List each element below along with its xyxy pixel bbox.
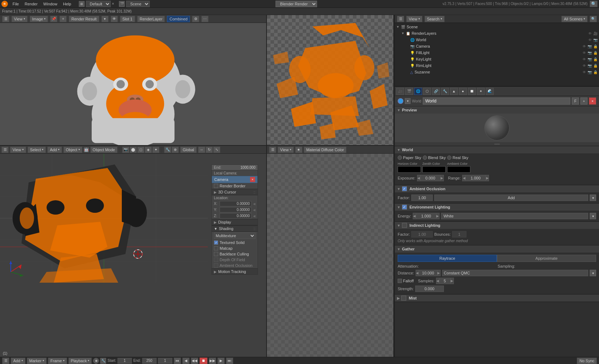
vp-extra[interactable]: ★ bbox=[295, 147, 302, 153]
indirect-checkbox[interactable] bbox=[402, 223, 407, 228]
next-frame-btn[interactable]: ▶ bbox=[217, 358, 225, 364]
y-arrow[interactable]: ◀ bbox=[253, 208, 255, 212]
vp-menu-btn[interactable]: ☰ bbox=[269, 147, 276, 153]
world-browse-btn[interactable]: ▾ bbox=[405, 98, 411, 104]
range-left-arrow[interactable]: ◀ bbox=[462, 175, 466, 181]
z-value-field[interactable]: 0.00000 bbox=[220, 213, 251, 219]
preview-resize-handle[interactable]: ━━━ bbox=[395, 142, 599, 146]
end-frame[interactable]: 250 bbox=[142, 358, 157, 364]
fill-eye-icon[interactable]: 👁 bbox=[583, 51, 586, 55]
layer-selector[interactable]: RenderLayer bbox=[137, 16, 165, 22]
outliner-item-scene[interactable]: ▼ 🎬 Scene bbox=[395, 24, 599, 30]
rl-render-icon[interactable]: 🎥 bbox=[593, 32, 598, 35]
outliner-item-renderlayers[interactable]: ▼ 📋 RenderLayers 👁 🎥 bbox=[400, 30, 599, 37]
render-view-menu-btn[interactable]: ☰ bbox=[2, 16, 9, 22]
suz-cam-icon[interactable]: 📷 bbox=[588, 70, 592, 74]
layout-selector[interactable]: Default bbox=[86, 1, 111, 7]
grab-btn[interactable]: ↔ bbox=[198, 147, 205, 153]
env-energy-left[interactable]: ◀ bbox=[413, 213, 416, 219]
f-btn[interactable]: F bbox=[572, 97, 579, 105]
menu-render[interactable]: Render bbox=[22, 1, 40, 7]
horizon-color-swatch[interactable] bbox=[398, 166, 421, 173]
backface-cb[interactable] bbox=[214, 252, 218, 256]
current-frame[interactable]: 1 bbox=[158, 358, 172, 364]
go-end-btn[interactable]: ⏭ bbox=[226, 358, 233, 364]
world-props-icon[interactable]: 🌐 bbox=[414, 88, 422, 95]
menu-help[interactable]: Help bbox=[61, 1, 74, 7]
x-value-field[interactable]: 0.00000 bbox=[220, 201, 251, 206]
browse-btn[interactable]: ▾ bbox=[101, 16, 109, 22]
viewport-menu-btn[interactable]: ☰ bbox=[1, 147, 9, 153]
distance-value[interactable]: 10.000 bbox=[419, 270, 437, 276]
world-cam-icon[interactable]: 📷 bbox=[593, 38, 598, 42]
outliner-item-rimlight[interactable]: ▶ 💡 RimLight 👁 📷 🔒 bbox=[405, 62, 599, 69]
cam-eye-icon[interactable]: 👁 bbox=[583, 44, 586, 48]
render-view-controls[interactable]: ⚙ bbox=[192, 16, 199, 22]
paper-sky-radio[interactable] bbox=[398, 155, 402, 160]
object-mode-selector[interactable]: Object Mode bbox=[90, 147, 118, 153]
outliner-item-camera[interactable]: ▶ 📷 Camera 👁 📷 🔒 bbox=[405, 43, 599, 49]
samples-value[interactable]: 5 bbox=[440, 278, 450, 284]
ao-section-header[interactable]: ▼ ✓ Ambient Occlusion bbox=[395, 185, 599, 192]
object-props-icon[interactable]: ⬡ bbox=[423, 88, 431, 95]
rim-lock-icon[interactable]: 🔒 bbox=[593, 64, 598, 68]
key-cam-icon[interactable]: 📷 bbox=[588, 57, 592, 61]
ao-checkbox[interactable]: ✓ bbox=[402, 186, 407, 191]
range-value[interactable]: 1.000 bbox=[466, 175, 485, 181]
x-btn[interactable]: × bbox=[589, 97, 596, 105]
physics-icon[interactable]: 🌊 bbox=[486, 88, 494, 95]
layout-x[interactable]: × bbox=[112, 2, 114, 6]
data-props-icon[interactable]: ▲ bbox=[450, 88, 458, 95]
menu-file[interactable]: File bbox=[10, 1, 21, 7]
indirect-header[interactable]: ▼ Indirect Lighting bbox=[395, 222, 599, 229]
go-start-btn[interactable]: ⏮ bbox=[174, 358, 181, 364]
exposure-value[interactable]: 0.000 bbox=[421, 175, 440, 181]
marker-btn[interactable]: Marker▾ bbox=[27, 358, 47, 364]
ambient-color-swatch[interactable] bbox=[447, 166, 470, 173]
falloff-cb[interactable] bbox=[398, 279, 402, 283]
render-result-label[interactable]: Render Result bbox=[69, 16, 99, 22]
sync-selector[interactable]: No Sync bbox=[577, 358, 597, 364]
snap-btn[interactable]: 🔧 bbox=[164, 147, 171, 153]
dist-right[interactable]: ▶ bbox=[437, 270, 441, 276]
cam-lock-icon[interactable]: 🔒 bbox=[593, 44, 598, 48]
combined-label[interactable]: Combined bbox=[167, 16, 190, 22]
all-scenes-selector[interactable]: All Scenes▾ bbox=[561, 16, 588, 22]
mist-header[interactable]: ▶ Mist bbox=[395, 294, 599, 302]
search-icon[interactable]: 🔍 bbox=[590, 1, 598, 7]
scene-props-icon[interactable]: 🎬 bbox=[405, 88, 413, 95]
env-color-selector[interactable]: White bbox=[441, 213, 588, 219]
ao-factor-value[interactable]: 1.00 bbox=[411, 195, 433, 201]
ao-cb[interactable] bbox=[214, 263, 218, 268]
render-props-icon[interactable]: 🎥 bbox=[396, 88, 404, 95]
render-border-cb[interactable] bbox=[214, 184, 218, 188]
image-btn[interactable]: Image▾ bbox=[30, 16, 48, 22]
raytrace-tab[interactable]: Raytrace bbox=[398, 255, 497, 262]
method-selector[interactable]: Constant QMC bbox=[442, 270, 588, 276]
x-arrow[interactable]: ◀ bbox=[253, 202, 255, 206]
blend-sky-radio[interactable] bbox=[423, 155, 427, 160]
scene-selector[interactable]: Scene bbox=[126, 1, 150, 7]
plus-btn[interactable]: + bbox=[580, 97, 588, 105]
env-lighting-header[interactable]: ▼ ✓ Environment Lighting bbox=[395, 203, 599, 211]
env-energy-value[interactable]: 1.000 bbox=[416, 213, 436, 219]
texture-view-btn[interactable]: ◈ bbox=[145, 147, 152, 153]
y-value-field[interactable]: 0.00000 bbox=[220, 207, 251, 212]
suz-lock-icon[interactable]: 🔒 bbox=[593, 70, 598, 74]
matcap-cb[interactable] bbox=[214, 246, 218, 250]
viewport-canvas[interactable]: User Ortho bbox=[0, 154, 266, 357]
view-controls[interactable]: 👁 bbox=[111, 16, 118, 22]
samples-right[interactable]: ▶ bbox=[450, 278, 454, 284]
zenith-color-swatch[interactable] bbox=[422, 166, 446, 173]
start-frame[interactable]: 1 bbox=[118, 358, 132, 364]
outliner-search-btn[interactable]: 🔍 bbox=[590, 16, 597, 22]
range-right-arrow[interactable]: ▶ bbox=[485, 175, 489, 181]
rendered-view-btn[interactable]: ✦ bbox=[152, 147, 159, 153]
shading-handle[interactable]: :: bbox=[253, 227, 255, 231]
particles-icon[interactable]: ✦ bbox=[477, 88, 485, 95]
new-btn[interactable]: + bbox=[59, 16, 67, 22]
key-eye-icon[interactable]: 👁 bbox=[583, 57, 586, 61]
key-lock-icon[interactable]: 🔒 bbox=[593, 57, 598, 61]
add-menu-btn[interactable]: Add▾ bbox=[47, 147, 62, 153]
env-checkbox[interactable]: ✓ bbox=[402, 205, 407, 210]
